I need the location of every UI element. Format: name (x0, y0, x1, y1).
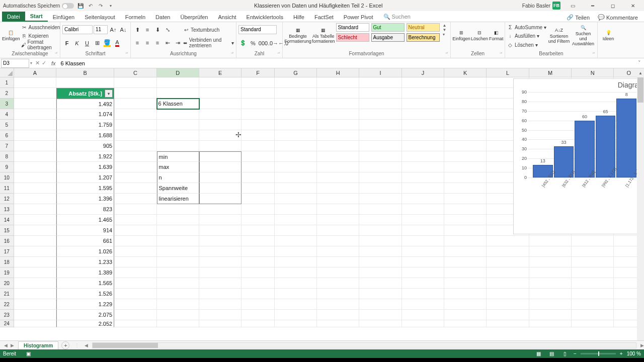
cell[interactable] (14, 320, 56, 327)
sheet-nav-prev-icon[interactable]: ◀ (4, 343, 8, 348)
cell[interactable] (199, 88, 242, 99)
zoom-out-icon[interactable]: − (574, 351, 577, 356)
zoom-in-icon[interactable]: + (620, 351, 623, 356)
col-header-G[interactable]: G (275, 68, 317, 77)
cell[interactable] (242, 257, 275, 267)
cell[interactable] (359, 215, 401, 225)
cell[interactable] (275, 183, 317, 194)
cell[interactable] (529, 257, 572, 267)
cell[interactable] (114, 130, 156, 141)
row-header[interactable]: 19 (0, 267, 14, 278)
cell[interactable] (275, 172, 317, 183)
fill-color-button[interactable]: 🪣 (103, 39, 112, 48)
cell[interactable]: 1.595 (56, 183, 114, 194)
cell[interactable] (444, 120, 487, 130)
cell[interactable] (199, 215, 242, 225)
cell[interactable] (444, 172, 487, 183)
cell[interactable] (487, 289, 529, 299)
cell[interactable] (275, 215, 317, 225)
cell[interactable] (14, 99, 56, 109)
cell[interactable] (114, 172, 156, 183)
cell[interactable] (444, 320, 487, 327)
cell[interactable] (275, 267, 317, 278)
cell[interactable] (487, 310, 529, 320)
borders-button[interactable]: ⊞ (93, 39, 102, 48)
cell[interactable] (275, 289, 317, 299)
cell[interactable]: 2.052 (56, 320, 114, 327)
cell[interactable] (317, 162, 359, 172)
insert-cells-button[interactable]: ⊞Einfügen (453, 23, 470, 49)
cell[interactable] (317, 225, 359, 236)
cell[interactable] (317, 77, 359, 88)
font-color-button[interactable]: A (113, 39, 122, 48)
cell[interactable] (242, 194, 275, 204)
cell[interactable] (157, 109, 199, 120)
cell[interactable] (529, 289, 572, 299)
cell[interactable]: 823 (56, 204, 114, 215)
cell[interactable] (114, 215, 156, 225)
col-header-L[interactable]: L (487, 68, 529, 77)
col-header-D[interactable]: D (157, 68, 199, 77)
cell[interactable] (529, 320, 572, 327)
cell[interactable] (275, 236, 317, 246)
style-ausgabe[interactable]: Ausgabe (371, 33, 405, 42)
cell[interactable] (14, 236, 56, 246)
cell[interactable] (275, 225, 317, 236)
cell[interactable] (242, 99, 275, 109)
cell[interactable] (275, 246, 317, 257)
cell[interactable] (242, 215, 275, 225)
cell[interactable]: 914 (56, 225, 114, 236)
tab-review[interactable]: Überprüfen (175, 13, 213, 22)
cell[interactable] (199, 299, 242, 310)
cell[interactable] (402, 172, 444, 183)
formula-input[interactable]: 6 Klassen (58, 60, 635, 66)
clear-button[interactable]: ◇Löschen ▾ (507, 41, 546, 49)
cell[interactable] (444, 141, 487, 151)
cell[interactable] (317, 257, 359, 267)
cell[interactable] (114, 267, 156, 278)
row-header[interactable]: 15 (0, 225, 14, 236)
cell[interactable] (114, 236, 156, 246)
cell[interactable] (359, 77, 401, 88)
cell[interactable] (114, 257, 156, 267)
horizontal-scrollbar[interactable] (92, 342, 636, 348)
align-top-button[interactable]: ⬆ (133, 25, 142, 34)
font-name-select[interactable]: Calibri (62, 25, 93, 34)
cell[interactable] (157, 278, 199, 289)
cell[interactable] (199, 236, 242, 246)
cell[interactable] (14, 109, 56, 120)
cell[interactable] (317, 109, 359, 120)
cell[interactable]: 1.688 (56, 130, 114, 141)
cell[interactable] (157, 320, 199, 327)
view-normal-icon[interactable]: ▦ (534, 350, 543, 357)
cell[interactable]: 6 Klassen (157, 99, 199, 109)
cell[interactable]: 905 (56, 141, 114, 151)
style-gut[interactable]: Gut (371, 23, 405, 32)
cell[interactable] (157, 299, 199, 310)
cell[interactable] (242, 162, 275, 172)
cell[interactable] (114, 183, 156, 194)
cell[interactable] (199, 151, 242, 162)
cell[interactable] (402, 289, 444, 299)
col-header-E[interactable]: E (199, 68, 242, 77)
paste-button[interactable]: 📋 Einfügen (2, 23, 20, 49)
tab-powerpivot[interactable]: Power Pivot (339, 13, 378, 22)
cell[interactable] (114, 88, 156, 99)
cell[interactable] (444, 225, 487, 236)
cut-button[interactable]: ✂Ausschneiden (21, 23, 60, 32)
cell[interactable] (275, 77, 317, 88)
tab-pagelayout[interactable]: Seitenlayout (79, 13, 120, 22)
cell[interactable] (402, 267, 444, 278)
cell[interactable] (242, 278, 275, 289)
cell[interactable] (275, 120, 317, 130)
cell[interactable] (359, 320, 401, 327)
cell[interactable]: min (157, 151, 199, 162)
cell[interactable] (359, 194, 401, 204)
cell[interactable] (275, 151, 317, 162)
cell[interactable] (402, 246, 444, 257)
cell[interactable]: 1.759 (56, 120, 114, 130)
expand-formula-bar-icon[interactable]: ˅ (635, 60, 644, 66)
cell[interactable] (402, 299, 444, 310)
cell[interactable] (529, 299, 572, 310)
cell[interactable] (157, 88, 199, 99)
